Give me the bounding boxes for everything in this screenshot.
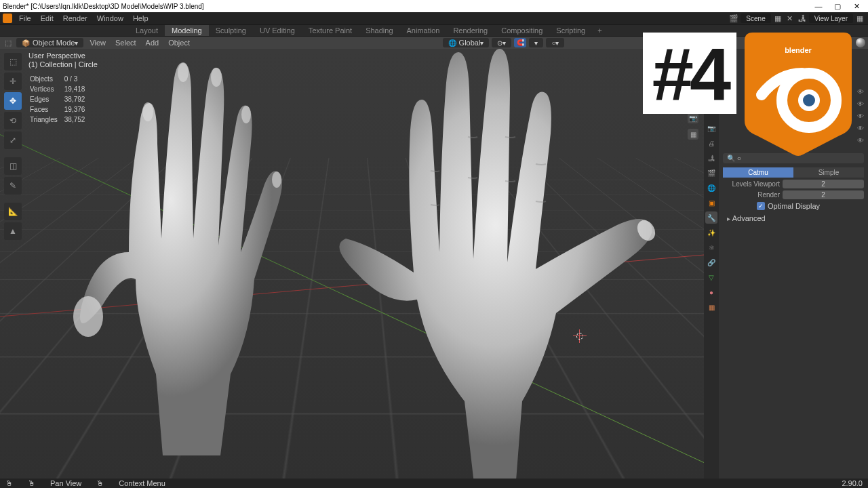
blender-brand-logo: blender <box>745 33 852 157</box>
3d-cursor <box>573 329 587 343</box>
blender-logo-icon <box>3 14 12 23</box>
render-levels-label: Render <box>723 191 780 199</box>
version-label: 2.90.0 <box>842 479 863 487</box>
tool-select-box[interactable]: ⬚ <box>4 53 22 70</box>
subdiv-type-tabs: Catmu Simple <box>723 167 864 178</box>
tab-object[interactable]: ▣ <box>705 197 717 209</box>
tab-physics[interactable]: ⚛ <box>705 241 717 253</box>
snap-type[interactable]: ▾ <box>529 38 543 47</box>
advanced-expander[interactable]: ▸ Advanced <box>723 214 864 222</box>
ws-animation[interactable]: Animation <box>400 25 447 36</box>
mouse-pan-icon: 🖱 <box>28 479 35 487</box>
scene-field[interactable]: Scene <box>741 14 770 23</box>
browse-scene-icon[interactable]: ▦ <box>772 13 783 24</box>
tab-world[interactable]: 🌐 <box>705 182 717 194</box>
restrict-icon2[interactable]: 👁 <box>856 136 865 145</box>
tab-constraints[interactable]: 🔗 <box>705 256 717 268</box>
subtab-catmull[interactable]: Catmu <box>723 167 793 178</box>
status-bar: 🖱 🖱 Pan View 🖱 Context Menu 2.90.0 <box>0 479 868 488</box>
restrict-select-icon[interactable]: 👁 <box>856 87 865 96</box>
menu-object[interactable]: Object <box>165 37 193 48</box>
maximize-button[interactable]: ▢ <box>829 1 846 12</box>
mouse-select-icon: 🖱 <box>5 479 13 487</box>
subtab-simple[interactable]: Simple <box>793 167 864 178</box>
tool-measure[interactable]: 📐 <box>4 203 22 220</box>
viewlayer-icon: 🏞 <box>797 13 808 24</box>
restrict-viewport-icon[interactable]: 👁 <box>856 99 865 108</box>
tool-rotate[interactable]: ⟲ <box>4 112 22 129</box>
mode-dropdown[interactable]: 📦 Object Mode ▾ <box>16 38 83 47</box>
menu-render[interactable]: Render <box>59 13 92 24</box>
tool-cursor[interactable]: ✛ <box>4 73 22 90</box>
ws-add[interactable]: + <box>592 25 607 36</box>
tool-shelf: ⬚ ✛ ✥ ⟲ ⤢ ◫ ✎ 📐 ▲ <box>4 53 22 240</box>
tab-particles[interactable]: ✨ <box>705 226 717 239</box>
tool-transform[interactable]: ◫ <box>4 157 22 175</box>
video-overlay: #4 blender <box>643 33 852 157</box>
close-button[interactable]: ✕ <box>848 1 865 12</box>
perspective-label: User Perspective <box>28 52 98 60</box>
ws-layout[interactable]: Layout <box>129 25 165 36</box>
status-context: Context Menu <box>119 479 165 487</box>
ws-compositing[interactable]: Compositing <box>494 25 549 36</box>
top-menu: File Edit Render Window Help 🎬 Scene ▦ ✕… <box>0 12 868 24</box>
levels-viewport-field[interactable]: 2 <box>783 180 864 188</box>
tool-move[interactable]: ✥ <box>4 92 22 110</box>
new-scene-icon[interactable]: ✕ <box>785 13 795 24</box>
optimal-display-check[interactable]: ✓Optimal Display <box>723 202 864 210</box>
pivot-dropdown[interactable]: ⊙▾ <box>492 38 511 47</box>
restrict-render-icon[interactable]: 👁 <box>856 111 865 121</box>
ws-shading[interactable]: Shading <box>359 25 399 36</box>
mouse-context-icon: 🖱 <box>96 479 104 487</box>
titlebar: Blender* [C:\Users\Iqn.lklk\Desktop\3D M… <box>0 0 868 12</box>
menu-edit[interactable]: Edit <box>37 13 58 24</box>
snap-toggle[interactable]: 🧲 <box>514 38 526 47</box>
minimize-button[interactable]: — <box>810 1 827 12</box>
tab-texture[interactable]: ▦ <box>705 301 717 313</box>
svg-text:blender: blender <box>785 46 812 54</box>
ws-modeling[interactable]: Modeling <box>165 25 209 36</box>
svg-point-4 <box>241 106 251 123</box>
window-title: Blender* [C:\Users\Iqn.lklk\Desktop\3D M… <box>3 3 810 10</box>
menu-select[interactable]: Select <box>112 37 140 48</box>
shading-solid[interactable] <box>856 38 865 47</box>
viewport-stats: User Perspective (1) Collection | Circle… <box>28 52 98 125</box>
render-levels-field[interactable]: 2 <box>783 190 864 199</box>
tool-scale[interactable]: ⤢ <box>4 131 22 149</box>
viewlayer-field[interactable]: View Layer <box>809 14 853 23</box>
menu-view[interactable]: View <box>86 37 109 48</box>
ws-texture[interactable]: Texture Paint <box>302 25 359 36</box>
status-pan: Pan View <box>50 479 81 487</box>
grid-floor <box>0 158 704 479</box>
ws-scripting[interactable]: Scripting <box>549 25 592 36</box>
ws-rendering[interactable]: Rendering <box>446 25 494 36</box>
tab-scene[interactable]: 🎬 <box>705 167 717 179</box>
tool-annotate[interactable]: ✎ <box>4 177 22 195</box>
ws-uv[interactable]: UV Editing <box>253 25 302 36</box>
svg-point-3 <box>211 68 222 87</box>
menu-help[interactable]: Help <box>129 13 153 24</box>
menu-window[interactable]: Window <box>93 13 127 24</box>
svg-point-10 <box>803 94 815 106</box>
collection-label: (1) Collection | Circle <box>28 60 98 69</box>
levels-viewport-label: Levels Viewport <box>723 180 780 188</box>
3d-viewport[interactable]: ⬚ ✛ ✥ ⟲ ⤢ ◫ ✎ 📐 ▲ User Perspective (1) C… <box>0 49 704 479</box>
svg-point-1 <box>142 102 153 121</box>
restrict-icon[interactable]: 👁 <box>856 123 865 133</box>
proportional-edit[interactable]: ○▾ <box>546 38 564 47</box>
scene-icon: 🎬 <box>728 13 739 24</box>
menu-add[interactable]: Add <box>142 37 163 48</box>
menu-file[interactable]: File <box>15 13 35 24</box>
editor-type-icon[interactable]: ⬚ <box>3 37 14 48</box>
tab-material[interactable]: ● <box>705 286 717 298</box>
ws-sculpting[interactable]: Sculpting <box>209 25 253 36</box>
new-viewlayer-icon[interactable]: ▦ <box>854 13 865 24</box>
svg-point-2 <box>178 63 189 82</box>
tab-mesh[interactable]: ▽ <box>705 271 717 283</box>
tool-add[interactable]: ▲ <box>4 222 22 240</box>
orientation-dropdown[interactable]: 🌐 Global ▾ <box>443 38 490 47</box>
episode-number: #4 <box>643 33 736 114</box>
tab-modifier[interactable]: 🔧 <box>705 211 717 224</box>
